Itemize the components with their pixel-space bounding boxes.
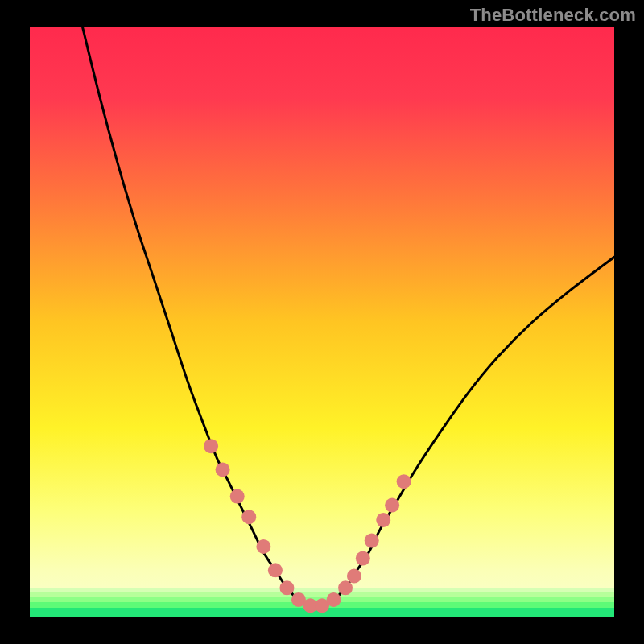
- chart-frame: TheBottleneck.com: [0, 0, 644, 644]
- curve-marker: [397, 474, 411, 489]
- curve-marker: [385, 498, 399, 513]
- curve-marker: [338, 580, 353, 595]
- curve-marker: [256, 539, 270, 554]
- curve-marker: [268, 563, 283, 577]
- curve-marker: [356, 551, 370, 566]
- curve-marker: [347, 569, 361, 584]
- chart-svg: [0, 0, 644, 644]
- svg-rect-1: [30, 588, 614, 592]
- curve-marker: [279, 580, 294, 595]
- curve-marker: [230, 489, 245, 504]
- curve-marker: [365, 534, 379, 548]
- svg-rect-2: [30, 592, 614, 597]
- curve-marker: [242, 510, 256, 524]
- curve-marker: [204, 439, 218, 453]
- plot-background: [30, 27, 614, 617]
- curve-marker: [327, 592, 341, 607]
- curve-marker: [216, 463, 230, 477]
- curve-marker: [376, 513, 390, 527]
- watermark-text: TheBottleneck.com: [470, 5, 636, 26]
